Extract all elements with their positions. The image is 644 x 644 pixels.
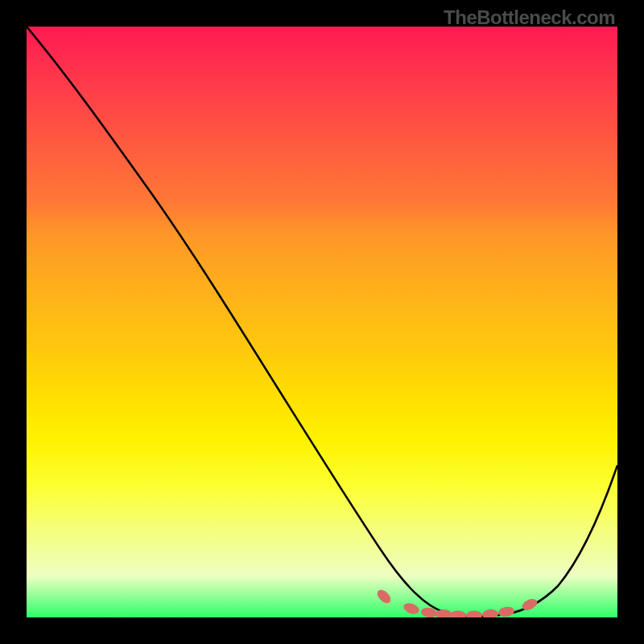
plot-area (27, 27, 617, 617)
bottleneck-curve (27, 27, 617, 617)
marker-point (466, 611, 482, 618)
marker-point (482, 609, 499, 617)
marker-point (402, 601, 421, 616)
watermark-text: TheBottleneck.com (444, 6, 615, 29)
chart-container: TheBottleneck.com (0, 0, 644, 644)
curve-svg (27, 27, 617, 617)
marker-point (375, 588, 394, 606)
marker-point (450, 611, 466, 618)
